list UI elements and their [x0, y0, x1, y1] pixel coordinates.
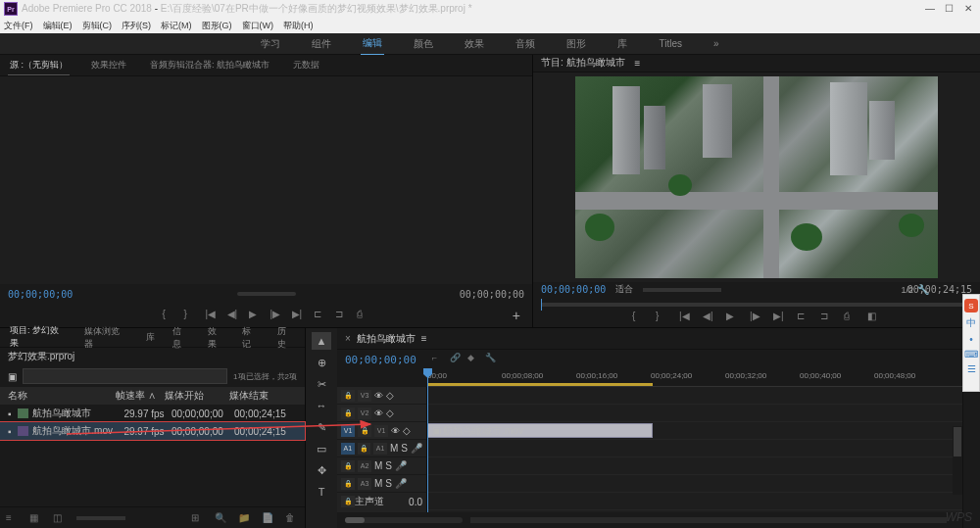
tab-effect-controls[interactable]: 效果控件 — [89, 56, 128, 74]
eye-icon[interactable]: 👁 — [374, 408, 383, 418]
overwrite-icon[interactable]: ⊐ — [335, 309, 349, 322]
lane-v3[interactable] — [427, 387, 962, 405]
new-item-icon[interactable]: 📄 — [262, 512, 275, 524]
solo-icon[interactable]: S — [385, 460, 392, 471]
add-button-icon[interactable]: + — [513, 308, 520, 323]
lock-icon[interactable]: 🔒 — [341, 478, 355, 490]
menu-clip[interactable]: 剪辑(C) — [82, 20, 113, 32]
track-v3[interactable]: 🔒V3👁◇ — [337, 387, 426, 405]
v1-target[interactable]: V1 — [341, 425, 355, 437]
timeline-ruler[interactable]: 00;00 00;00;08;00 00;00;16;00 00;00;24;0… — [427, 369, 962, 387]
project-search-input[interactable] — [23, 368, 227, 384]
goto-in-icon[interactable]: |◀ — [679, 311, 693, 324]
lane-v2[interactable] — [427, 405, 962, 422]
track-v2[interactable]: 🔒V2👁◇ — [337, 405, 426, 422]
trash-icon[interactable]: 🗑 — [285, 512, 299, 524]
a1-target[interactable]: A1 — [341, 443, 355, 455]
lock-icon[interactable]: 🔒 — [341, 408, 355, 419]
track-a2[interactable]: 🔒A2MS🎤 — [337, 457, 426, 475]
track-master[interactable]: 🔒主声道0.0 — [337, 493, 426, 510]
lock-icon[interactable]: 🔒 — [358, 425, 371, 437]
col-name[interactable]: 名称 — [8, 389, 116, 403]
menu-marker[interactable]: 标记(M) — [161, 20, 192, 32]
step-back-icon[interactable]: ◀| — [227, 309, 241, 322]
ime-punct-icon[interactable]: • — [969, 334, 973, 345]
source-viewer[interactable] — [0, 76, 532, 284]
goto-out-icon[interactable]: ▶| — [773, 311, 787, 324]
ime-chinese-icon[interactable]: 中 — [966, 316, 976, 330]
mute-icon[interactable]: M — [374, 460, 382, 471]
step-forward-icon[interactable]: |▶ — [750, 311, 763, 324]
tab-source[interactable]: 源 :（无剪辑） — [8, 56, 70, 75]
timeline-content[interactable]: ▣ 航拍鸟瞰城市.mov — [427, 387, 962, 512]
ripple-edit-tool[interactable]: ✂ — [312, 375, 331, 393]
menu-help[interactable]: 帮助(H) — [283, 20, 314, 32]
solo-icon[interactable]: S — [401, 443, 408, 454]
program-scrubber[interactable] — [533, 298, 980, 309]
workspace-effects[interactable]: 效果 — [463, 33, 486, 55]
timeline-scrollbar-v[interactable] — [953, 426, 962, 495]
lane-v1[interactable]: ▣ 航拍鸟瞰城市.mov — [427, 422, 962, 440]
menu-file[interactable]: 文件(F) — [4, 20, 33, 32]
tab-metadata[interactable]: 元数据 — [291, 56, 321, 74]
export-frame-icon[interactable]: ⎙ — [357, 309, 370, 322]
linked-selection-icon[interactable]: 🔗 — [450, 353, 464, 366]
compare-icon[interactable]: ◧ — [867, 311, 881, 324]
new-bin-icon[interactable]: 📁 — [238, 512, 252, 524]
menu-sequence[interactable]: 序列(S) — [122, 20, 151, 32]
lane-a1[interactable] — [427, 440, 962, 457]
extract-icon[interactable]: ⊐ — [820, 311, 834, 324]
track-a1[interactable]: A1🔒A1MS🎤 — [337, 440, 426, 457]
type-tool[interactable]: T — [312, 483, 331, 501]
workspace-library[interactable]: 库 — [615, 33, 629, 55]
program-timecode[interactable]: 00;00;00;00 — [541, 284, 606, 295]
settings-icon[interactable]: 🔧 — [485, 353, 499, 366]
mark-in-icon[interactable]: { — [163, 309, 176, 322]
tab-library[interactable]: 库 — [144, 328, 157, 347]
mark-in-icon[interactable]: { — [632, 311, 646, 324]
program-viewer[interactable] — [533, 72, 980, 282]
col-media-start[interactable]: 媒体开始 — [165, 389, 229, 403]
pen-tool[interactable]: ▭ — [312, 440, 331, 457]
program-fit[interactable]: 适合 — [615, 283, 633, 296]
export-frame-icon[interactable]: ⎙ — [844, 311, 858, 324]
marker-icon[interactable]: ◆ — [467, 353, 481, 366]
ime-menu-icon[interactable]: ☰ — [967, 363, 976, 374]
workspace-audio[interactable]: 音频 — [514, 33, 537, 55]
step-forward-icon[interactable]: |▶ — [270, 309, 284, 322]
lane-master[interactable] — [427, 493, 962, 510]
work-area-bar[interactable] — [427, 383, 653, 386]
solo-icon[interactable]: S — [385, 478, 392, 489]
mic-icon[interactable]: 🎤 — [411, 443, 422, 454]
goto-out-icon[interactable]: ▶| — [292, 309, 306, 322]
lift-icon[interactable]: ⊏ — [797, 311, 810, 324]
lock-icon[interactable]: 🔒 — [358, 443, 371, 455]
maximize-button[interactable]: ☐ — [945, 3, 956, 15]
timeline-clip[interactable]: ▣ 航拍鸟瞰城市.mov — [427, 423, 653, 438]
track-select-tool[interactable]: ⊕ — [312, 354, 331, 371]
workspace-overflow[interactable]: » — [711, 34, 721, 53]
eye-icon[interactable]: 👁 — [391, 426, 400, 436]
workspace-graphics[interactable]: 图形 — [564, 33, 588, 55]
hand-tool[interactable]: ✥ — [312, 461, 331, 479]
menu-window[interactable]: 窗口(W) — [242, 20, 274, 32]
menu-graphics[interactable]: 图形(G) — [202, 20, 232, 32]
project-row-clip[interactable]: ▪ 航拍鸟瞰城市.mov 29.97 fps 00;00;00;00 00;00… — [0, 422, 305, 440]
program-zoom-slider[interactable] — [643, 288, 721, 292]
ime-toolbar[interactable]: S 中 • ⌨ ☰ — [962, 294, 980, 392]
play-icon[interactable]: ▶ — [249, 309, 263, 322]
mute-icon[interactable]: M — [390, 443, 398, 454]
mark-out-icon[interactable]: } — [656, 311, 669, 324]
automate-icon[interactable]: ⊞ — [191, 512, 205, 524]
minimize-button[interactable]: — — [925, 3, 937, 15]
workspace-titles[interactable]: Titles — [657, 34, 684, 53]
lock-icon[interactable]: 🔒 — [341, 460, 355, 472]
timeline-close-icon[interactable]: × — [345, 333, 351, 344]
ime-keyboard-icon[interactable]: ⌨ — [964, 349, 978, 360]
timeline-menu-icon[interactable]: ≡ — [421, 333, 427, 344]
tab-audio-mixer[interactable]: 音频剪辑混合器: 航拍鸟瞰城市 — [148, 56, 271, 74]
project-row-sequence[interactable]: ▪ 航拍鸟瞰城市 29.97 fps 00;00;00;00 00;00;24;… — [0, 405, 305, 422]
list-view-icon[interactable]: ≡ — [6, 512, 20, 524]
lane-a2[interactable] — [427, 457, 962, 475]
workspace-learn[interactable]: 学习 — [259, 33, 282, 55]
